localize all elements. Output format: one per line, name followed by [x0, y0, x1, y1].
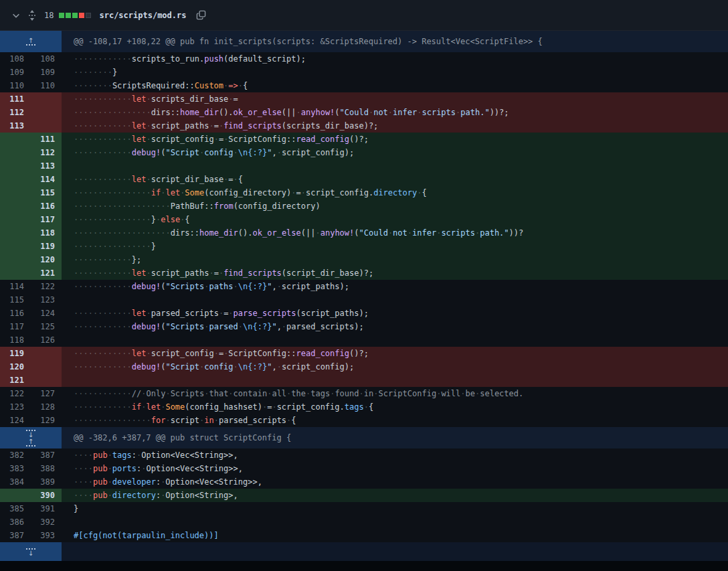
code-line: ············let·script_paths·=·find_scri…: [62, 266, 728, 280]
new-line-number[interactable]: 126: [31, 333, 62, 347]
new-line-number[interactable]: 110: [31, 79, 62, 92]
old-line-number[interactable]: 112: [0, 106, 31, 119]
new-line-number[interactable]: 109: [31, 66, 62, 79]
unfold-file-button[interactable]: [24, 7, 40, 23]
diff-line: 383388····pub·ports:·Option<Vec<String>>…: [0, 462, 728, 475]
expand-down-button[interactable]: ↓: [26, 548, 35, 556]
old-line-number[interactable]: 382: [0, 448, 31, 462]
old-line-number[interactable]: 124: [0, 414, 31, 427]
code-line: ················if·let·Some(config_direc…: [62, 186, 728, 199]
new-line-number[interactable]: 391: [31, 502, 62, 515]
new-line-number[interactable]: [31, 106, 62, 119]
new-line-number[interactable]: 388: [31, 462, 62, 475]
hunk-expander-gutter[interactable]: ↓↑: [0, 427, 62, 448]
old-line-number[interactable]: 120: [0, 360, 31, 374]
old-line-number[interactable]: 383: [0, 462, 31, 475]
new-line-number[interactable]: [31, 119, 62, 133]
new-line-number[interactable]: 122: [31, 280, 62, 293]
old-line-number[interactable]: 384: [0, 475, 31, 489]
new-line-number[interactable]: [31, 360, 62, 374]
old-line-number[interactable]: [0, 146, 31, 159]
diff-line: 121: [0, 374, 728, 387]
new-line-number[interactable]: 128: [31, 400, 62, 414]
old-line-number[interactable]: [0, 226, 31, 240]
new-line-number[interactable]: 111: [31, 133, 62, 146]
new-line-number[interactable]: 116: [31, 199, 62, 213]
hunk-expander-gutter[interactable]: ↑: [0, 31, 62, 52]
old-line-number[interactable]: [0, 133, 31, 146]
hunk-header: ↑@@ -108,17 +108,22 @@ pub fn init_scrip…: [0, 31, 728, 52]
new-line-number[interactable]: 127: [31, 387, 62, 400]
old-line-number[interactable]: 385: [0, 502, 31, 515]
new-line-number[interactable]: 123: [31, 293, 62, 307]
diff-line: 122127············//·Only·Scripts·that·c…: [0, 387, 728, 400]
old-line-number[interactable]: 387: [0, 529, 31, 542]
new-line-number[interactable]: 392: [31, 515, 62, 529]
unfold-vertical-icon: [27, 10, 37, 21]
arrow-up-icon: ↑: [28, 438, 33, 444]
new-line-number[interactable]: 121: [31, 266, 62, 280]
dotted-line-icon: [26, 44, 35, 46]
new-line-number[interactable]: 124: [31, 307, 62, 320]
new-line-number[interactable]: 129: [31, 414, 62, 427]
old-line-number[interactable]: [0, 489, 31, 502]
old-line-number[interactable]: 118: [0, 333, 31, 347]
old-line-number[interactable]: 123: [0, 400, 31, 414]
old-line-number[interactable]: 116: [0, 307, 31, 320]
old-line-number[interactable]: [0, 213, 31, 226]
old-line-number[interactable]: 121: [0, 374, 31, 387]
old-line-number[interactable]: 114: [0, 280, 31, 293]
old-line-number[interactable]: 115: [0, 293, 31, 307]
file-path-link[interactable]: src/scripts/mod.rs: [99, 11, 186, 20]
code-line: ················for·script·in·parsed_scr…: [62, 414, 728, 427]
new-line-number[interactable]: 118: [31, 226, 62, 240]
old-line-number[interactable]: [0, 240, 31, 253]
old-line-number[interactable]: 117: [0, 320, 31, 333]
page-background: [0, 561, 728, 571]
diffstat-block-add: [59, 13, 64, 18]
diff-line: 111············let·scripts_dir_base·=: [0, 92, 728, 106]
code-line: ················}·else·{: [62, 213, 728, 226]
diff-body: ↑@@ -108,17 +108,22 @@ pub fn init_scrip…: [0, 31, 728, 542]
new-line-number[interactable]: 120: [31, 253, 62, 266]
collapse-file-button[interactable]: [8, 7, 24, 23]
old-line-number[interactable]: [0, 159, 31, 173]
old-line-number[interactable]: 122: [0, 387, 31, 400]
new-line-number[interactable]: 113: [31, 159, 62, 173]
new-line-number[interactable]: 390: [31, 489, 62, 502]
code-line: ············debug!("Scripts·parsed·\n{:?…: [62, 320, 728, 333]
new-line-number[interactable]: 117: [31, 213, 62, 226]
old-line-number[interactable]: [0, 266, 31, 280]
diff-line: 120············};: [0, 253, 728, 266]
old-line-number[interactable]: 108: [0, 52, 31, 66]
old-line-number[interactable]: 111: [0, 92, 31, 106]
copy-path-button[interactable]: [193, 7, 209, 23]
new-line-number[interactable]: 108: [31, 52, 62, 66]
expand-up-button[interactable]: ↑: [26, 438, 35, 447]
new-line-number[interactable]: [31, 92, 62, 106]
old-line-number[interactable]: 110: [0, 79, 31, 92]
new-line-number[interactable]: 112: [31, 146, 62, 159]
old-line-number[interactable]: 386: [0, 515, 31, 529]
new-line-number[interactable]: 389: [31, 475, 62, 489]
old-line-number[interactable]: 113: [0, 119, 31, 133]
new-line-number[interactable]: [31, 374, 62, 387]
old-line-number[interactable]: 109: [0, 66, 31, 79]
old-line-number[interactable]: [0, 173, 31, 186]
new-line-number[interactable]: 393: [31, 529, 62, 542]
code-line: [62, 515, 728, 529]
new-line-number[interactable]: 125: [31, 320, 62, 333]
old-line-number[interactable]: [0, 186, 31, 199]
old-line-number[interactable]: 119: [0, 347, 31, 360]
new-line-number[interactable]: [31, 347, 62, 360]
new-line-number[interactable]: 387: [31, 448, 62, 462]
expand-down-button[interactable]: ↓: [26, 429, 35, 438]
old-line-number[interactable]: [0, 253, 31, 266]
old-line-number[interactable]: [0, 199, 31, 213]
new-line-number[interactable]: 114: [31, 173, 62, 186]
hunk-expander-gutter[interactable]: ↓: [0, 542, 62, 561]
expand-up-button[interactable]: ↑: [26, 37, 35, 46]
diff-line: 124129················for·script·in·pars…: [0, 414, 728, 427]
new-line-number[interactable]: 119: [31, 240, 62, 253]
new-line-number[interactable]: 115: [31, 186, 62, 199]
